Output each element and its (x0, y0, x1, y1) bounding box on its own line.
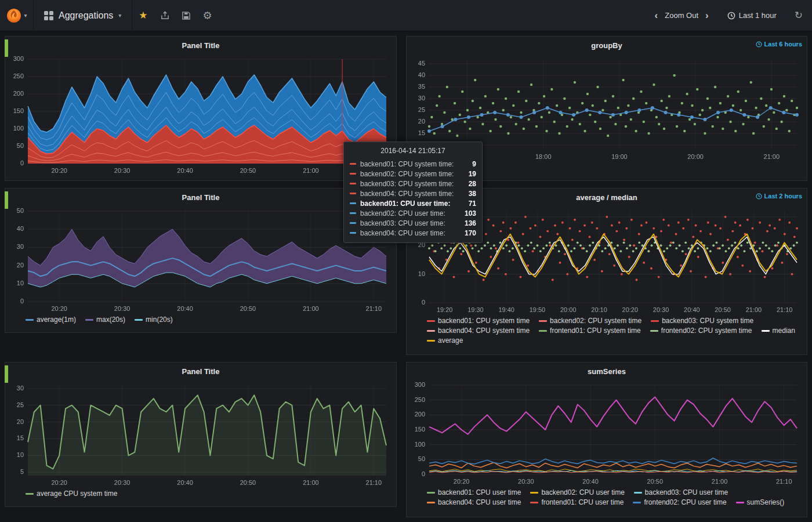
legend-series-label: sumSeries() (747, 498, 785, 506)
legend-item[interactable]: max(20s) (85, 316, 125, 324)
legend-item[interactable]: backend01: CPU system time (427, 317, 530, 325)
chevron-left-icon[interactable]: ‹ (651, 9, 662, 22)
time-picker-button[interactable]: Last 1 hour (724, 10, 780, 20)
legend-item[interactable]: average CPU system time (26, 490, 117, 498)
legend-series-label: average (438, 336, 463, 345)
graph-tooltip: 2016-04-14 21:05:17 backend01: CPU syste… (343, 142, 483, 243)
tooltip-row: backend02: CPU user time:103 (350, 208, 476, 218)
legend-item[interactable]: backend04: CPU system time (427, 327, 530, 335)
dashboard-picker[interactable]: Aggregations ▾ (34, 0, 132, 31)
series-swatch (350, 173, 356, 175)
legend-series-swatch (85, 319, 93, 321)
legend-series-label: backend01: CPU user time (438, 488, 521, 496)
legend-item[interactable]: frontend01: CPU system time (539, 327, 641, 335)
graph-canvas[interactable] (8, 53, 393, 176)
tooltip-row: backend04: CPU user time:170 (350, 228, 476, 238)
legend-item[interactable]: frontend01: CPU user time (530, 498, 624, 506)
legend-item[interactable]: backend03: CPU user time (634, 488, 728, 496)
tooltip-series-label: backend03: CPU user time: (360, 219, 457, 227)
legend-item[interactable]: frontend02: CPU user time (633, 498, 726, 506)
legend-series-label: backend03: CPU system time (662, 317, 753, 325)
save-icon[interactable] (182, 12, 190, 20)
star-icon[interactable]: ★ (139, 10, 147, 20)
legend-series-label: backend03: CPU user time (645, 488, 728, 496)
legend-series-swatch (530, 492, 538, 494)
tooltip-series-value: 38 (461, 190, 476, 198)
legend-series-label: frontend01: CPU user time (541, 498, 624, 506)
row-collapse-handle[interactable] (5, 191, 8, 209)
legend-series-swatch (26, 493, 34, 495)
legend-series-label: average CPU system time (37, 490, 117, 498)
legend-item[interactable]: backend02: CPU system time (539, 317, 641, 325)
panel-title[interactable]: groupBy (409, 39, 804, 53)
legend-series-swatch (539, 330, 547, 332)
tooltip-series-value: 170 (461, 229, 476, 237)
panel-title[interactable]: sumSeries (409, 365, 804, 379)
graph-canvas[interactable] (8, 379, 393, 488)
legend-series-label: backend02: CPU user time (541, 488, 624, 496)
panel-title[interactable]: Panel Title (8, 365, 393, 379)
legend-item[interactable]: backend03: CPU system time (651, 317, 753, 325)
legend-series-label: max(20s) (96, 316, 125, 324)
chevron-right-icon[interactable]: › (702, 9, 712, 22)
legend-series-swatch (650, 330, 658, 332)
row-collapse-handle[interactable] (5, 365, 8, 383)
legend-series-swatch (427, 340, 435, 342)
tooltip-series-value: 136 (461, 219, 476, 227)
graph-canvas[interactable] (8, 205, 393, 314)
legend: average(1m)max(20s)min(20s) (8, 314, 393, 324)
legend-series-swatch (762, 330, 770, 332)
graph-canvas[interactable] (409, 379, 804, 487)
gear-icon[interactable]: ⚙ (203, 10, 212, 21)
clock-icon (756, 41, 762, 48)
tooltip-row: backend03: CPU system time:28 (350, 179, 476, 188)
legend-series-label: min(20s) (146, 316, 173, 324)
zoom-out-button[interactable]: Zoom Out (665, 11, 698, 20)
panel-title[interactable]: Panel Title (8, 39, 393, 53)
legend-series-label: backend04: CPU system time (438, 327, 530, 335)
tooltip-series-value: 103 (461, 209, 476, 217)
panel-average-cpu: Panel Title average CPU system time (5, 362, 397, 507)
legend-item[interactable]: min(20s) (135, 316, 173, 324)
legend-item[interactable]: median (762, 327, 795, 335)
legend-series-label: backend01: CPU system time (438, 317, 530, 325)
tooltip-series-label: backend02: CPU user time: (360, 209, 457, 217)
legend-series-swatch (427, 330, 435, 332)
tooltip-series-value: 9 (461, 160, 476, 168)
legend-item[interactable]: average(1m) (26, 316, 76, 324)
legend-item[interactable]: sumSeries() (736, 498, 785, 506)
time-override-badge[interactable]: Last 6 hours (756, 41, 802, 48)
legend-series-label: backend04: CPU user time (438, 498, 521, 506)
tooltip-series-value: 19 (461, 170, 476, 178)
chevron-down-icon: ▾ (24, 12, 27, 19)
tooltip-series-value: 28 (461, 180, 476, 188)
panel-sumseries: sumSeries backend01: CPU user timebacken… (406, 362, 807, 517)
series-swatch (350, 222, 356, 224)
time-override-label: Last 2 hours (764, 193, 802, 200)
legend-item[interactable]: backend02: CPU user time (530, 488, 624, 496)
refresh-icon[interactable]: ↻ (795, 10, 803, 20)
legend-series-swatch (539, 320, 547, 322)
dashboard-title: Aggregations (59, 10, 113, 21)
tooltip-series-label: backend03: CPU system time: (360, 180, 457, 188)
row-collapse-handle[interactable] (5, 39, 8, 57)
tooltip-row: backend01: CPU user time:71 (350, 198, 476, 208)
dashboard-grid-icon (44, 11, 53, 20)
legend-item[interactable]: average (427, 336, 463, 345)
legend-item[interactable]: frontend02: CPU system time (650, 327, 752, 335)
navbar: ▾ Aggregations ▾ ★ ⚙ ‹ Zoom Out › Last 1… (0, 0, 812, 31)
tooltip-rows: backend01: CPU system time:9backend02: C… (350, 159, 476, 238)
series-swatch (350, 193, 356, 194)
legend-item[interactable]: backend01: CPU user time (427, 488, 521, 496)
grafana-logo-button[interactable]: ▾ (0, 0, 34, 31)
legend-series-swatch (26, 319, 34, 321)
legend-item[interactable]: backend04: CPU user time (427, 498, 521, 506)
tooltip-row: backend04: CPU system time:38 (350, 188, 476, 198)
legend-series-swatch (427, 492, 435, 494)
legend: backend01: CPU system timebackend02: CPU… (409, 316, 804, 345)
legend-series-label: frontend02: CPU system time (661, 327, 752, 335)
panel-title[interactable]: Panel Title (8, 191, 393, 205)
time-override-badge[interactable]: Last 2 hours (756, 193, 802, 200)
grafana-logo-icon (6, 8, 22, 24)
share-icon[interactable] (161, 11, 169, 20)
